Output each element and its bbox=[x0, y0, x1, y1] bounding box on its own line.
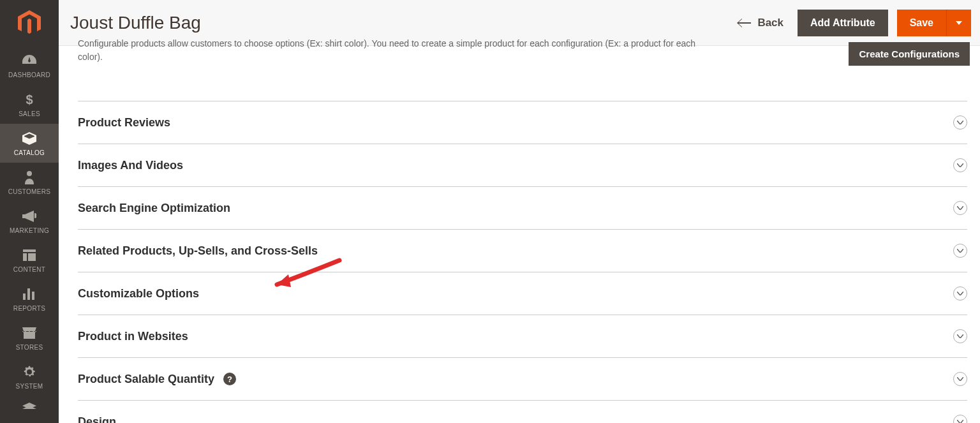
chevron-down-icon bbox=[953, 244, 967, 258]
fieldset-design[interactable]: Design bbox=[78, 400, 967, 423]
fieldset-salable-quantity[interactable]: Product Salable Quantity ? bbox=[78, 357, 967, 400]
fieldset-title: Images And Videos bbox=[78, 159, 183, 172]
sidebar-item-catalog[interactable]: CATALOG bbox=[0, 124, 59, 163]
fieldset-product-reviews[interactable]: Product Reviews bbox=[78, 101, 967, 144]
main-content: Joust Duffle Bag Back Add Attribute Save… bbox=[59, 0, 980, 423]
chevron-down-icon bbox=[953, 115, 967, 130]
svg-point-1 bbox=[27, 171, 32, 176]
help-icon[interactable]: ? bbox=[223, 373, 236, 385]
svg-rect-5 bbox=[23, 293, 26, 300]
storefront-icon bbox=[22, 326, 36, 340]
sidebar-item-label: DASHBOARD bbox=[8, 71, 50, 78]
chevron-down-icon bbox=[953, 329, 967, 343]
fieldset-title: Product Salable Quantity ? bbox=[78, 373, 236, 386]
sidebar-item-sales[interactable]: $ SALES bbox=[0, 85, 59, 124]
chevron-down-icon bbox=[953, 372, 967, 386]
fieldset-label: Product Salable Quantity bbox=[78, 373, 214, 386]
chevron-down-icon bbox=[953, 201, 967, 215]
fieldset-label: Design bbox=[78, 415, 116, 424]
svg-rect-4 bbox=[28, 253, 36, 261]
back-label: Back bbox=[757, 17, 783, 29]
sidebar-item-label: SYSTEM bbox=[16, 383, 43, 390]
fieldset-title: Product Reviews bbox=[78, 116, 170, 130]
sidebar-item-reports[interactable]: REPORTS bbox=[0, 279, 59, 318]
svg-rect-2 bbox=[23, 249, 36, 252]
svg-rect-3 bbox=[23, 253, 27, 261]
layout-icon bbox=[23, 248, 36, 262]
fieldset-label: Images And Videos bbox=[78, 159, 183, 172]
person-icon bbox=[25, 170, 34, 184]
sidebar-item-label: STORES bbox=[16, 344, 43, 351]
sidebar-item-system[interactable]: SYSTEM bbox=[0, 357, 59, 396]
back-arrow-icon bbox=[737, 19, 751, 27]
sidebar-item-partial bbox=[0, 396, 59, 410]
fieldset-related-products[interactable]: Related Products, Up-Sells, and Cross-Se… bbox=[78, 229, 967, 272]
magento-logo[interactable] bbox=[0, 0, 59, 46]
gear-icon bbox=[23, 365, 36, 379]
chevron-down-icon bbox=[953, 286, 967, 301]
create-configurations-button[interactable]: Create Configurations bbox=[849, 42, 970, 66]
sidebar-item-label: SALES bbox=[19, 110, 40, 117]
sidebar-item-dashboard[interactable]: DASHBOARD bbox=[0, 46, 59, 85]
save-dropdown-toggle[interactable] bbox=[947, 10, 971, 36]
fieldset-title: Related Products, Up-Sells, and Cross-Se… bbox=[78, 244, 318, 258]
sidebar: DASHBOARD $ SALES CATALOG CUSTOMERS MARK… bbox=[0, 0, 59, 423]
fieldset-label: Customizable Options bbox=[78, 287, 199, 301]
sidebar-item-label: CONTENT bbox=[13, 266, 45, 273]
fieldset-label: Related Products, Up-Sells, and Cross-Se… bbox=[78, 244, 318, 258]
config-description-row: Configurable products allow customers to… bbox=[78, 37, 971, 64]
svg-rect-7 bbox=[32, 292, 34, 300]
sidebar-item-label: MARKETING bbox=[10, 227, 49, 234]
fieldset-label: Product Reviews bbox=[78, 116, 170, 130]
fieldset-product-in-websites[interactable]: Product in Websites bbox=[78, 315, 967, 357]
fieldsets-list: Product Reviews Images And Videos Search… bbox=[78, 101, 967, 423]
fieldset-images-and-videos[interactable]: Images And Videos bbox=[78, 144, 967, 186]
fieldset-title: Search Engine Optimization bbox=[78, 202, 230, 215]
back-button[interactable]: Back bbox=[737, 17, 783, 29]
dollar-icon: $ bbox=[25, 93, 34, 107]
caret-down-icon bbox=[956, 21, 962, 25]
page-title: Joust Duffle Bag bbox=[70, 13, 201, 33]
config-description: Configurable products allow customers to… bbox=[78, 37, 716, 64]
megaphone-icon bbox=[22, 209, 36, 223]
sidebar-item-label: CUSTOMERS bbox=[8, 188, 50, 195]
sidebar-item-label: CATALOG bbox=[14, 149, 45, 156]
dashboard-icon bbox=[22, 54, 36, 68]
add-attribute-button[interactable]: Add Attribute bbox=[798, 10, 888, 36]
fieldset-title: Design bbox=[78, 415, 116, 424]
svg-text:$: $ bbox=[26, 93, 33, 107]
fieldset-label: Product in Websites bbox=[78, 330, 188, 343]
fieldset-title: Product in Websites bbox=[78, 330, 188, 343]
sidebar-item-customers[interactable]: CUSTOMERS bbox=[0, 163, 59, 202]
sidebar-item-label: REPORTS bbox=[13, 305, 45, 312]
sidebar-item-marketing[interactable]: MARKETING bbox=[0, 202, 59, 241]
sidebar-item-stores[interactable]: STORES bbox=[0, 318, 59, 357]
fieldset-title: Customizable Options bbox=[78, 287, 199, 301]
chevron-down-icon bbox=[953, 415, 967, 423]
save-button[interactable]: Save bbox=[897, 10, 947, 36]
barchart-icon bbox=[23, 287, 36, 301]
fieldset-label: Search Engine Optimization bbox=[78, 202, 230, 215]
box-icon bbox=[22, 131, 36, 145]
chevron-down-icon bbox=[953, 158, 967, 172]
fieldset-customizable-options[interactable]: Customizable Options bbox=[78, 272, 967, 315]
fieldset-seo[interactable]: Search Engine Optimization bbox=[78, 186, 967, 229]
svg-rect-6 bbox=[27, 288, 30, 300]
sidebar-item-content[interactable]: CONTENT bbox=[0, 241, 59, 279]
magento-logo-icon bbox=[18, 10, 41, 36]
save-button-group: Save bbox=[897, 10, 971, 36]
